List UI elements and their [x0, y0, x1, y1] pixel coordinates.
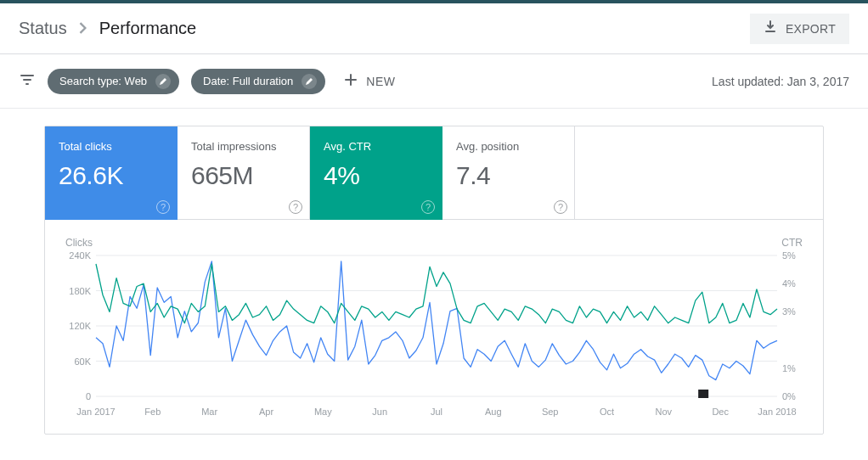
breadcrumb-current: Performance — [99, 19, 197, 38]
download-icon — [764, 20, 777, 36]
metric-avg-ctr[interactable]: Avg. CTR 4% ? — [310, 126, 442, 220]
new-filter-button[interactable]: NEW — [337, 68, 402, 94]
metric-label: Avg. CTR — [324, 140, 428, 153]
help-icon[interactable]: ? — [421, 200, 435, 214]
export-label: EXPORT — [786, 22, 836, 36]
metric-total-impressions[interactable]: Total impressions 665M ? — [178, 126, 310, 220]
svg-text:Aug: Aug — [485, 407, 502, 417]
metric-row: Total clicks 26.6K ? Total impressions 6… — [45, 126, 823, 220]
metric-label: Total clicks — [59, 140, 163, 153]
svg-text:240K: 240K — [69, 252, 91, 261]
help-icon[interactable]: ? — [156, 200, 170, 214]
new-filter-label: NEW — [366, 75, 395, 88]
metric-avg-position[interactable]: Avg. position 7.4 ? — [442, 126, 575, 220]
svg-text:Dec: Dec — [712, 407, 729, 417]
svg-text:Feb: Feb — [144, 407, 161, 417]
svg-text:Apr: Apr — [259, 407, 273, 417]
svg-text:Oct: Oct — [600, 407, 614, 417]
filter-icon[interactable] — [19, 71, 36, 92]
chip-date-label: Date: Full duration — [203, 75, 293, 87]
chip-date[interactable]: Date: Full duration — [191, 69, 325, 94]
export-button[interactable]: EXPORT — [750, 14, 849, 44]
pencil-icon — [302, 74, 317, 89]
svg-text:60K: 60K — [74, 356, 91, 367]
chart-axis-labels: Clicks CTR — [65, 237, 803, 249]
metric-spacer — [575, 126, 823, 220]
svg-text:4%: 4% — [782, 278, 796, 289]
performance-card: Total clicks 26.6K ? Total impressions 6… — [44, 126, 824, 435]
left-axis-label: Clicks — [65, 237, 93, 249]
svg-text:180K: 180K — [69, 286, 91, 296]
chart-area: Clicks CTR 060K120K180K240K0%1%3%4%5%Jan… — [45, 220, 823, 434]
page-header: Status Performance EXPORT — [0, 0, 868, 54]
metric-label: Avg. position — [456, 140, 561, 153]
chip-search-type-label: Search type: Web — [59, 75, 147, 87]
plus-icon — [344, 73, 358, 89]
help-icon[interactable]: ? — [289, 200, 302, 214]
breadcrumb: Status Performance — [19, 19, 196, 38]
svg-text:Mar: Mar — [201, 407, 217, 417]
svg-text:1%: 1% — [782, 363, 796, 373]
right-axis-label: CTR — [781, 237, 803, 249]
metric-value: 4% — [324, 161, 428, 190]
svg-text:0%: 0% — [782, 391, 796, 401]
metric-value: 7.4 — [456, 161, 561, 190]
svg-text:5%: 5% — [782, 252, 796, 261]
svg-text:Nov: Nov — [656, 407, 673, 417]
filter-bar: Search type: Web Date: Full duration NEW… — [0, 54, 868, 109]
svg-text:Jun: Jun — [372, 407, 387, 417]
metric-value: 665M — [191, 161, 296, 190]
svg-text:Jul: Jul — [431, 407, 442, 417]
filter-bar-left: Search type: Web Date: Full duration NEW — [19, 68, 403, 94]
chevron-right-icon — [79, 19, 87, 38]
metric-label: Total impressions — [191, 140, 296, 153]
chip-search-type[interactable]: Search type: Web — [48, 69, 179, 94]
breadcrumb-parent[interactable]: Status — [19, 19, 67, 38]
pencil-icon — [155, 74, 171, 89]
svg-text:May: May — [314, 407, 332, 417]
last-updated-text: Last updated: Jan 3, 2017 — [712, 75, 849, 88]
metric-total-clicks[interactable]: Total clicks 26.6K ? — [45, 126, 178, 220]
metric-value: 26.6K — [59, 161, 163, 190]
performance-chart[interactable]: 060K120K180K240K0%1%3%4%5%Jan 2017FebMar… — [65, 252, 803, 422]
svg-rect-28 — [698, 390, 708, 398]
help-icon[interactable]: ? — [554, 200, 567, 214]
svg-text:Jan 2017: Jan 2017 — [76, 407, 115, 417]
svg-text:Sep: Sep — [542, 407, 559, 417]
svg-text:120K: 120K — [69, 321, 91, 331]
svg-text:Jan 2018: Jan 2018 — [758, 407, 796, 417]
content-area: Total clicks 26.6K ? Total impressions 6… — [0, 109, 868, 452]
svg-text:3%: 3% — [782, 306, 796, 317]
svg-text:0: 0 — [86, 391, 91, 401]
